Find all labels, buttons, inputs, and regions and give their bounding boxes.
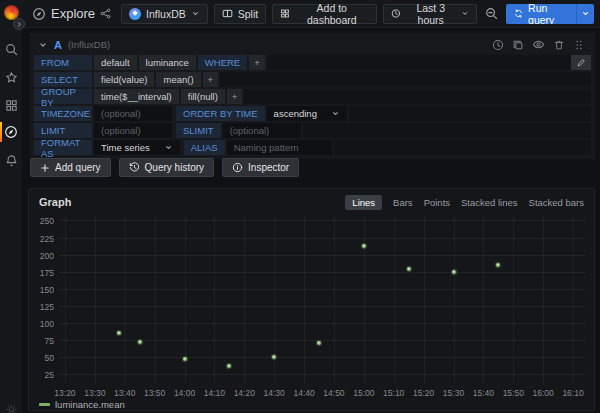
data-point[interactable]: [317, 341, 321, 345]
timezone-input[interactable]: [94, 106, 172, 121]
h-gridline: [59, 238, 585, 239]
copy-icon[interactable]: [512, 39, 524, 51]
inspector-button[interactable]: Inspector: [222, 158, 299, 177]
select-agg-segment[interactable]: mean(): [156, 72, 200, 87]
history-icon: [129, 162, 140, 173]
viz-type-picker: Lines Bars Points Stacked lines Stacked …: [345, 195, 584, 210]
viz-tab-stacked-bars[interactable]: Stacked bars: [529, 197, 584, 208]
compass-icon: [32, 7, 46, 21]
x-tick-label: 14:30: [264, 388, 285, 398]
group-by-fill-segment[interactable]: fill(null): [181, 89, 225, 104]
v-gridline: [155, 216, 156, 384]
h-gridline: [59, 374, 585, 375]
panel-title: Graph: [39, 196, 71, 208]
h-gridline: [59, 272, 585, 273]
y-tick-label: 25: [45, 370, 54, 380]
sidebar-item-dashboards[interactable]: [0, 94, 22, 116]
x-tick-label: 15:00: [353, 388, 374, 398]
h-gridline: [59, 357, 585, 358]
query-row-format-as: FORMAT AS Time series ALIAS: [34, 140, 591, 155]
viz-tab-bars[interactable]: Bars: [393, 197, 413, 208]
chevron-down-icon: [581, 9, 590, 18]
x-tick-label: 13:30: [84, 388, 105, 398]
data-point[interactable]: [407, 267, 411, 271]
sidebar-item-search[interactable]: [0, 38, 22, 60]
viz-tab-points[interactable]: Points: [424, 197, 450, 208]
trash-icon[interactable]: [553, 39, 565, 51]
select-field-segment[interactable]: field(value): [94, 72, 154, 87]
limit-input[interactable]: [94, 123, 172, 138]
collapse-chevron-icon[interactable]: [38, 40, 48, 50]
add-query-button[interactable]: Add query: [30, 158, 111, 177]
where-keyword[interactable]: WHERE: [198, 55, 247, 70]
legend: luminance.mean: [39, 399, 125, 410]
data-point[interactable]: [183, 357, 187, 361]
sidebar-item-configuration[interactable]: [0, 398, 22, 413]
drag-handle-icon[interactable]: [573, 39, 585, 51]
legend-series-label[interactable]: luminance.mean: [55, 399, 125, 410]
viz-tab-stacked-lines[interactable]: Stacked lines: [461, 197, 518, 208]
row-filler: [267, 55, 571, 70]
group-by-add-button[interactable]: +: [227, 89, 243, 104]
datasource-picker[interactable]: InfluxDB: [121, 4, 208, 24]
data-point[interactable]: [362, 244, 366, 248]
split-icon: [222, 8, 233, 19]
order-by-time-select[interactable]: ascending: [267, 106, 347, 121]
y-tick-label: 175: [40, 268, 54, 278]
x-tick-label: 14:10: [204, 388, 225, 398]
data-point[interactable]: [496, 263, 500, 267]
toggle-raw-query-button[interactable]: [571, 55, 591, 70]
history-icon[interactable]: [492, 39, 504, 51]
v-gridline: [454, 216, 455, 384]
row-filler: [334, 140, 591, 155]
gear-icon: [5, 403, 18, 413]
info-circle-icon: [232, 162, 243, 173]
plot-area[interactable]: 255075100125150175200225250: [59, 216, 585, 384]
format-as-select[interactable]: Time series: [94, 140, 180, 155]
x-tick-label: 16:10: [562, 388, 583, 398]
from-measurement-segment[interactable]: luminance: [139, 55, 196, 70]
viz-tab-lines[interactable]: Lines: [345, 195, 382, 210]
sync-icon: [514, 8, 523, 19]
data-point[interactable]: [452, 270, 456, 274]
time-range-picker[interactable]: Last 3 hours: [383, 4, 477, 24]
run-query-button[interactable]: Run query: [506, 4, 594, 24]
eye-icon[interactable]: [532, 38, 545, 51]
sidebar-item-explore[interactable]: [0, 121, 22, 143]
split-button[interactable]: Split: [214, 4, 266, 24]
h-gridline: [59, 306, 585, 307]
zoom-out-time-button[interactable]: [485, 7, 498, 20]
y-tick-label: 150: [40, 285, 54, 295]
y-tick-label: 75: [45, 336, 54, 346]
query-history-button[interactable]: Query history: [119, 158, 214, 177]
data-point[interactable]: [117, 331, 121, 335]
chevron-down-icon: [461, 9, 469, 18]
where-add-button[interactable]: +: [249, 55, 265, 70]
page-title: Explore: [51, 6, 95, 21]
order-by-time-label: ORDER BY TIME: [176, 106, 265, 121]
slimit-input[interactable]: [223, 123, 301, 138]
data-point[interactable]: [272, 355, 276, 359]
sidebar-item-alerting[interactable]: [0, 149, 22, 171]
star-icon: [5, 71, 18, 84]
run-query-dropdown[interactable]: [576, 4, 594, 24]
y-tick-label: 225: [40, 234, 54, 244]
query-row-timezone: TIMEZONE ORDER BY TIME ascending: [34, 106, 591, 121]
select-add-button[interactable]: +: [203, 72, 219, 87]
v-gridline: [95, 216, 96, 384]
sidebar: [0, 0, 22, 413]
sidebar-expand-button[interactable]: [13, 18, 25, 30]
apps-icon: [5, 99, 18, 112]
chevron-down-icon: [191, 9, 200, 18]
sidebar-item-starred[interactable]: [0, 66, 22, 88]
from-db-segment[interactable]: default: [94, 55, 137, 70]
chevron-down-icon: [331, 109, 340, 118]
data-point[interactable]: [227, 364, 231, 368]
query-datasource-hint: (InfluxDB): [68, 39, 110, 50]
data-point[interactable]: [138, 340, 142, 344]
share-icon[interactable]: [100, 8, 111, 19]
alias-input[interactable]: [227, 140, 332, 155]
add-to-dashboard-button[interactable]: Add to dashboard: [272, 4, 376, 24]
y-tick-label: 250: [40, 216, 54, 226]
group-by-time-segment[interactable]: time($__interval): [94, 89, 179, 104]
